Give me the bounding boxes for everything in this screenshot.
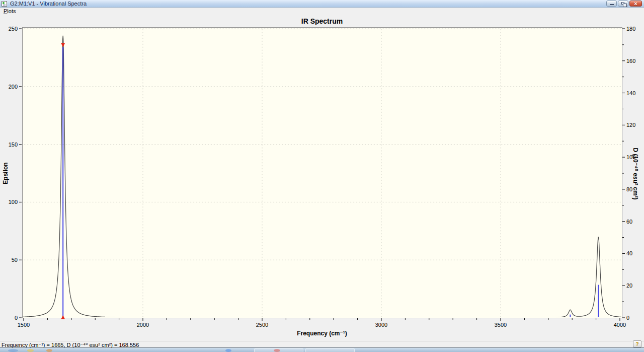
taskbar-icon-orange[interactable] [46,349,52,352]
taskbar-button[interactable] [305,348,355,352]
app-icon-line [3,4,6,5]
app-icon-dot [3,2,5,4]
app-icon [2,1,7,7]
taskbar-sliver[interactable] [0,347,644,352]
spectrum-plot[interactable]: 1500200025003000350040000501001502002500… [0,14,644,341]
chart-panel: 1500200025003000350040000501001502002500… [0,14,644,341]
y-axis-label-left: Epsilon [2,153,9,193]
taskbar-start-orb-hint[interactable] [8,349,18,352]
y-left-tick-label: 50 [12,257,18,263]
y-right-tick-label: 20 [626,283,632,289]
y-right-tick-label: 60 [626,219,632,225]
chart-title: IR Spectrum [0,17,644,25]
status-bar: Frequency (cm⁻¹) = 1665, D (10⁻⁴⁰ esu² c… [0,341,644,347]
window-controls: × [606,1,642,7]
x-tick-label: 1500 [18,322,30,328]
y-left-tick-label: 200 [9,84,18,90]
restore-button[interactable] [618,1,628,7]
x-tick-label: 2000 [137,322,149,328]
y-right-tick-label: 120 [626,122,635,128]
y-left-tick-label: 100 [9,199,18,205]
plot-area[interactable] [23,28,622,318]
title-bar[interactable]: G2:M1:V1 - Vibrational Spectra × [0,0,644,8]
y-left-tick-label: 250 [9,26,18,32]
y-axis-label-right: D (10⁻⁴⁰ esu² cm²) [632,131,639,216]
close-icon: × [634,1,637,6]
minimize-icon [610,4,614,5]
taskbar-button[interactable] [254,348,303,352]
y-right-tick-label: 140 [626,90,635,96]
x-axis-label: Frequency (cm⁻¹) [0,330,644,337]
taskbar-icon-yellow[interactable] [27,349,34,352]
restore-icon [621,2,624,5]
x-tick-label: 2500 [256,322,268,328]
close-button[interactable]: × [629,1,642,7]
help-button[interactable]: ? [633,340,641,347]
menu-plots[interactable]: Plots [2,8,17,14]
x-tick-label: 4000 [614,322,626,328]
app-window: G2:M1:V1 - Vibrational Spectra × Plots 1… [0,0,644,352]
y-left-tick-label: 0 [15,315,18,321]
y-right-tick-label: 40 [626,250,632,256]
window-title: G2:M1:V1 - Vibrational Spectra [10,1,87,7]
y-left-tick-label: 150 [9,142,18,148]
y-right-tick-label: 160 [626,58,635,64]
y-right-tick-label: 180 [626,26,635,32]
x-tick-label: 3500 [495,322,507,328]
y-right-tick-label: 0 [626,315,629,321]
minimize-button[interactable] [606,1,617,7]
taskbar-icon-blue[interactable] [225,349,231,352]
x-tick-label: 3000 [375,322,387,328]
app-icon-line [3,5,6,6]
